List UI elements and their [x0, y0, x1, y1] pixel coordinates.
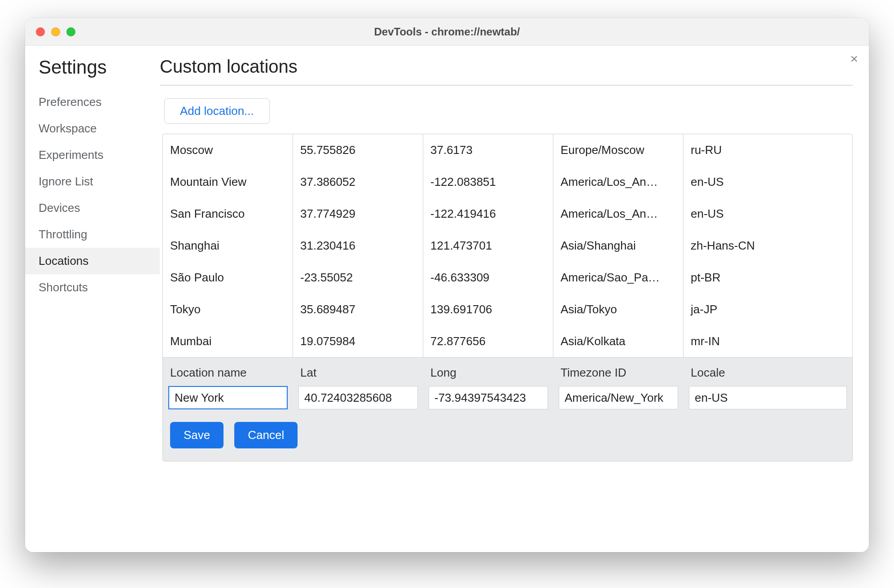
cell-tz: Asia/Tokyo [553, 294, 684, 325]
editor-label-lat: Lat [293, 366, 423, 380]
cell-locale: mr-IN [684, 325, 852, 357]
table-row[interactable]: Mumbai19.07598472.877656Asia/Kolkatamr-I… [163, 325, 852, 357]
editor-label-locale: Locale [684, 366, 852, 380]
cell-tz: America/Sao_Pa… [553, 262, 684, 294]
cell-lat: 37.386052 [293, 166, 423, 198]
cell-tz: Asia/Shanghai [553, 230, 684, 262]
editor-input-name[interactable] [168, 386, 288, 409]
cell-lat: 35.689487 [293, 294, 423, 325]
table-row[interactable]: Moscow55.75582637.6173Europe/Moscowru-RU [163, 134, 852, 166]
editor-input-long[interactable] [429, 386, 548, 409]
location-editor: Location name Lat Long Timezone ID Local… [163, 357, 852, 461]
save-button[interactable]: Save [170, 422, 224, 448]
cell-locale: ja-JP [684, 294, 852, 325]
cell-name: Mumbai [163, 325, 293, 357]
editor-label-name: Location name [163, 366, 293, 380]
cell-name: San Francisco [163, 198, 293, 230]
cell-name: Shanghai [163, 230, 293, 262]
settings-main: Custom locations Add location... Moscow5… [160, 46, 869, 552]
cell-long: -122.083851 [423, 166, 553, 198]
editor-input-lat[interactable] [298, 386, 418, 409]
cell-locale: zh-Hans-CN [684, 230, 852, 262]
window-minimize-dot[interactable] [51, 27, 60, 36]
sidebar-item-locations[interactable]: Locations [25, 248, 160, 274]
cell-lat: 55.755826 [293, 134, 423, 166]
cell-locale: ru-RU [684, 134, 852, 166]
close-icon[interactable]: × [850, 52, 858, 66]
devtools-window: DevTools - chrome://newtab/ × Settings P… [25, 18, 869, 552]
cell-long: -122.419416 [423, 198, 553, 230]
page-title: Custom locations [160, 57, 853, 86]
cell-name: Tokyo [163, 294, 293, 325]
cell-tz: Europe/Moscow [553, 134, 684, 166]
sidebar-item-devices[interactable]: Devices [25, 195, 160, 221]
editor-input-locale[interactable] [689, 386, 847, 409]
sidebar-item-shortcuts[interactable]: Shortcuts [25, 274, 160, 301]
sidebar-item-ignore-list[interactable]: Ignore List [25, 168, 160, 195]
table-row[interactable]: São Paulo-23.55052-46.633309America/Sao_… [163, 262, 852, 294]
cell-name: Mountain View [163, 166, 293, 198]
cell-name: Moscow [163, 134, 293, 166]
cell-locale: en-US [684, 166, 852, 198]
cancel-button[interactable]: Cancel [234, 422, 298, 448]
cell-lat: 31.230416 [293, 230, 423, 262]
sidebar-item-experiments[interactable]: Experiments [25, 142, 160, 168]
cell-locale: en-US [684, 198, 852, 230]
window-titlebar: DevTools - chrome://newtab/ [25, 18, 869, 46]
settings-sidebar: Settings PreferencesWorkspaceExperiments… [25, 46, 160, 552]
window-close-dot[interactable] [36, 27, 45, 36]
editor-label-long: Long [423, 366, 553, 380]
cell-name: São Paulo [163, 262, 293, 294]
cell-tz: America/Los_An… [553, 198, 684, 230]
cell-lat: 37.774929 [293, 198, 423, 230]
table-row[interactable]: Tokyo35.689487139.691706Asia/Tokyoja-JP [163, 294, 852, 325]
sidebar-item-preferences[interactable]: Preferences [25, 89, 160, 115]
cell-long: 72.877656 [423, 325, 553, 357]
window-zoom-dot[interactable] [66, 27, 75, 36]
cell-long: 121.473701 [423, 230, 553, 262]
locations-table: Moscow55.75582637.6173Europe/Moscowru-RU… [162, 134, 853, 461]
cell-lat: -23.55052 [293, 262, 423, 294]
cell-tz: Asia/Kolkata [553, 325, 684, 357]
add-location-button[interactable]: Add location... [164, 98, 270, 124]
table-row[interactable]: San Francisco37.774929-122.419416America… [163, 198, 852, 230]
editor-input-tz[interactable] [559, 386, 678, 409]
window-title: DevTools - chrome://newtab/ [25, 26, 869, 38]
table-row[interactable]: Shanghai31.230416121.473701Asia/Shanghai… [163, 230, 852, 262]
editor-label-tz: Timezone ID [553, 366, 684, 380]
cell-locale: pt-BR [684, 262, 852, 294]
cell-lat: 19.075984 [293, 325, 423, 357]
cell-long: -46.633309 [423, 262, 553, 294]
sidebar-heading: Settings [39, 57, 160, 78]
sidebar-item-throttling[interactable]: Throttling [25, 221, 160, 248]
table-row[interactable]: Mountain View37.386052-122.083851America… [163, 166, 852, 198]
cell-long: 37.6173 [423, 134, 553, 166]
sidebar-item-workspace[interactable]: Workspace [25, 115, 160, 142]
cell-tz: America/Los_An… [553, 166, 684, 198]
cell-long: 139.691706 [423, 294, 553, 325]
